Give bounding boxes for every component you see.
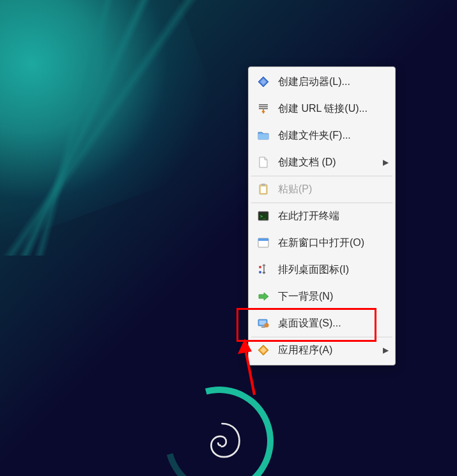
menu-create-document[interactable]: 创建文档 (D) ▶ bbox=[249, 149, 395, 176]
svg-point-15 bbox=[265, 323, 269, 328]
chevron-right-icon: ▶ bbox=[383, 158, 389, 167]
menu-label: 创建 URL 链接(U)... bbox=[278, 102, 389, 116]
arrange-icon bbox=[256, 263, 270, 276]
menu-label: 应用程序(A) bbox=[278, 344, 380, 357]
menu-label: 创建文件夹(F)... bbox=[278, 129, 389, 142]
svg-text:>_: >_ bbox=[260, 214, 266, 219]
url-link-icon bbox=[256, 102, 270, 115]
terminal-icon: >_ bbox=[256, 210, 270, 222]
menu-open-terminal[interactable]: >_ 在此打开终端 bbox=[249, 203, 395, 229]
menu-label: 排列桌面图标(I) bbox=[278, 263, 389, 277]
menu-arrange-icons[interactable]: 排列桌面图标(I) bbox=[249, 256, 395, 283]
svg-rect-4 bbox=[261, 184, 265, 186]
desktop-context-menu: 创建启动器(L)... 创建 URL 链接(U)... 创建文件夹(F)... … bbox=[248, 66, 396, 365]
chevron-right-icon: ▶ bbox=[383, 346, 389, 355]
window-icon bbox=[256, 236, 270, 249]
menu-create-launcher[interactable]: 创建启动器(L)... bbox=[249, 68, 395, 95]
document-icon bbox=[256, 156, 270, 169]
menu-create-folder[interactable]: 创建文件夹(F)... bbox=[249, 122, 395, 149]
settings-icon bbox=[256, 317, 270, 330]
paste-icon bbox=[256, 183, 270, 196]
svg-rect-10 bbox=[258, 238, 268, 241]
menu-label: 创建启动器(L)... bbox=[278, 75, 389, 89]
menu-applications[interactable]: 应用程序(A) ▶ bbox=[249, 337, 395, 364]
menu-label: 下一背景(N) bbox=[278, 290, 389, 303]
menu-label: 粘贴(P) bbox=[278, 183, 389, 196]
svg-point-11 bbox=[259, 266, 261, 268]
launcher-icon bbox=[256, 75, 270, 88]
loading-spinner bbox=[165, 387, 274, 476]
svg-rect-2 bbox=[258, 134, 268, 140]
menu-label: 在新窗口中打开(O) bbox=[278, 236, 389, 250]
wallpaper-rays bbox=[0, 0, 224, 256]
menu-label: 创建文档 (D) bbox=[278, 156, 380, 169]
svg-point-12 bbox=[259, 271, 261, 273]
menu-open-new-window[interactable]: 在新窗口中打开(O) bbox=[249, 229, 395, 256]
apps-icon bbox=[256, 344, 270, 357]
menu-desktop-settings[interactable]: 桌面设置(S)... bbox=[249, 310, 395, 337]
debian-swirl-icon bbox=[190, 412, 248, 470]
menu-create-url[interactable]: 创建 URL 链接(U)... bbox=[249, 95, 395, 122]
svg-rect-5 bbox=[261, 187, 266, 193]
menu-next-background[interactable]: 下一背景(N) bbox=[249, 283, 395, 310]
folder-icon bbox=[256, 129, 270, 142]
menu-label: 在此打开终端 bbox=[278, 210, 389, 223]
menu-label: 桌面设置(S)... bbox=[278, 317, 389, 330]
menu-paste: 粘贴(P) bbox=[249, 176, 395, 203]
next-arrow-icon bbox=[256, 290, 270, 303]
